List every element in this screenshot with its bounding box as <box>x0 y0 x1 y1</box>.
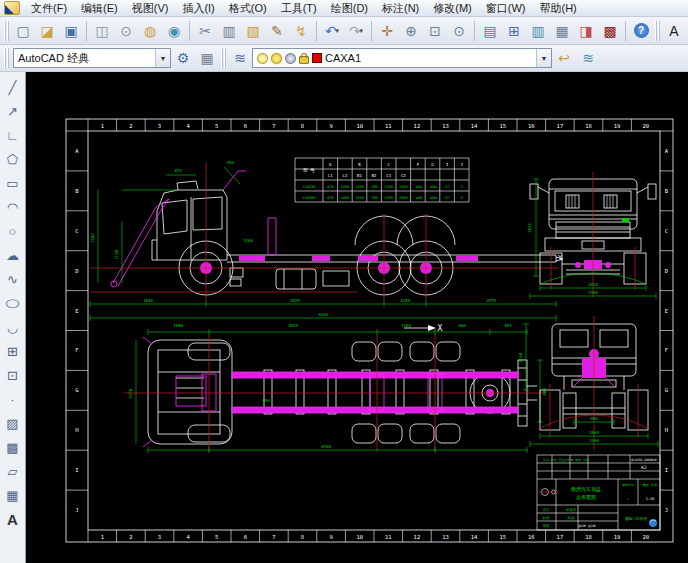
pan-button[interactable]: ✛ <box>375 19 399 43</box>
line-tool[interactable]: ╱ <box>1 75 25 99</box>
layer-combo[interactable]: CAXA1 ▼ <box>252 48 552 68</box>
sheet-set-manager-button[interactable]: ▦ <box>550 19 574 43</box>
table-cell: 2000 <box>399 196 408 200</box>
workspace-combo[interactable]: AutoCAD 经典 ▼ <box>13 48 171 68</box>
designcenter-button[interactable]: ⊞ <box>502 19 526 43</box>
layer-freeze-sun-icon[interactable] <box>271 53 282 64</box>
title-block-text: 审核 <box>543 524 550 528</box>
table-header: F <box>417 162 420 167</box>
layer-on-bulb-icon[interactable] <box>257 53 268 64</box>
app-icon[interactable] <box>4 1 20 15</box>
menu-edit[interactable]: 编辑(E) <box>74 0 125 17</box>
menu-insert[interactable]: 插入(I) <box>175 0 221 17</box>
dimension-label: X <box>438 324 443 333</box>
save-button[interactable]: ▣ <box>59 19 83 43</box>
title-block-text: 1:20 <box>646 497 654 501</box>
drawing-canvas[interactable]: 1122334455667788991010111112121313141415… <box>26 72 688 563</box>
gradient-tool[interactable]: ▩ <box>1 435 25 459</box>
ellipse-tool[interactable]: ◯ <box>1 291 25 315</box>
insert-block-tool[interactable]: ⊞ <box>1 339 25 363</box>
toolbar-grip[interactable] <box>221 48 226 68</box>
table-cell: 478 <box>327 196 334 200</box>
hatch-tool[interactable]: ▨ <box>1 411 25 435</box>
region-icon: ▱ <box>8 464 18 479</box>
quickcalc-button[interactable]: ▩ <box>598 19 622 43</box>
match-properties-button[interactable]: ✎ <box>265 19 289 43</box>
copy-button[interactable]: ▥ <box>217 19 241 43</box>
menu-format[interactable]: 格式(O) <box>222 0 274 17</box>
plot-icon: ◫ <box>95 24 108 38</box>
menu-file[interactable]: 文件(F) <box>24 0 74 17</box>
open-button[interactable]: ◪ <box>35 19 59 43</box>
menu-draw[interactable]: 绘图(D) <box>324 0 375 17</box>
my-workspace-button[interactable]: ▦ <box>195 46 219 70</box>
text-style-button[interactable]: A <box>662 19 686 43</box>
zoom-previous-button[interactable]: ⊙ <box>447 19 471 43</box>
etransmit-button[interactable]: ◉ <box>162 19 186 43</box>
menu-modify[interactable]: 修改(M) <box>426 0 479 17</box>
table-cell: 1950 <box>399 185 408 189</box>
toolbar-separator <box>371 21 372 41</box>
layer-states-button[interactable]: ≋ <box>576 46 600 70</box>
help-button[interactable]: ? <box>629 19 653 43</box>
paste-button[interactable]: ▧ <box>241 19 265 43</box>
title-block-texts: 标记 处数 更改文件号 签名 日期QC4250-2800010K2载货汽车底盘总… <box>542 458 657 528</box>
workspace-settings-button[interactable]: ⚙ <box>171 46 195 70</box>
menu-help[interactable]: 帮助(H) <box>533 0 584 17</box>
layer-properties-manager-button[interactable]: ≋ <box>228 46 252 70</box>
plot-button[interactable]: ◫ <box>90 19 114 43</box>
layer-previous-button[interactable]: ↩ <box>552 46 576 70</box>
properties-button[interactable]: ▤ <box>478 19 502 43</box>
mtext-tool[interactable]: A <box>1 507 25 531</box>
workspace-buttons: ⚙▦ <box>171 46 219 70</box>
toolbar-grip <box>655 21 660 41</box>
menu-tools[interactable]: 工具(T) <box>274 0 324 17</box>
zoom-realtime-button[interactable]: ⊕ <box>399 19 423 43</box>
menu-window[interactable]: 窗口(W) <box>479 0 533 17</box>
cut-button[interactable]: ✂ <box>193 19 217 43</box>
polygon-tool[interactable]: ⬠ <box>1 147 25 171</box>
quick-select-button[interactable]: ↯ <box>289 19 313 43</box>
plot-preview-button[interactable]: ⊙ <box>114 19 138 43</box>
layer-plot-icon[interactable] <box>285 53 296 64</box>
construction-line-tool[interactable]: ↗ <box>1 99 25 123</box>
etransmit-icon: ◉ <box>168 24 180 38</box>
layer-properties-manager-icon: ≋ <box>234 51 246 65</box>
zone-number: 20 <box>642 534 649 540</box>
rectangle-tool[interactable]: ▭ <box>1 171 25 195</box>
ellipse-arc-tool[interactable]: ◡ <box>1 315 25 339</box>
table-cell: 1350 <box>384 196 393 200</box>
chevron-down-icon[interactable]: ▾ <box>336 27 340 34</box>
arc-tool[interactable]: ◠ <box>1 195 25 219</box>
layer-unlock-icon[interactable] <box>299 56 309 64</box>
toolbar-grip[interactable] <box>4 48 9 68</box>
make-block-tool[interactable]: ⊡ <box>1 363 25 387</box>
chevron-down-icon[interactable]: ▾ <box>360 27 364 34</box>
undo-button[interactable]: ↶▾ <box>320 19 344 43</box>
dimension-label: 2490 <box>589 438 599 443</box>
chevron-down-icon[interactable]: ▼ <box>155 49 170 67</box>
publish-button[interactable]: ◍ <box>138 19 162 43</box>
tool-palettes-button[interactable]: ▥ <box>526 19 550 43</box>
title-block-text: QC4250-2800010 <box>631 458 656 462</box>
circle-tool[interactable]: ○ <box>1 219 25 243</box>
dimension-label: 870 <box>174 168 182 173</box>
point-tool[interactable]: · <box>1 387 25 411</box>
dimension-label: 4825 <box>288 323 298 328</box>
markup-button[interactable]: ◨ <box>574 19 598 43</box>
revision-cloud-tool[interactable]: ☁ <box>1 243 25 267</box>
layer-color-swatch[interactable] <box>312 53 322 63</box>
chevron-down-icon[interactable]: ▼ <box>536 49 551 67</box>
menu-view[interactable]: 视图(V) <box>125 0 176 17</box>
region-tool[interactable]: ▱ <box>1 459 25 483</box>
polyline-tool[interactable]: ∟ <box>1 123 25 147</box>
menu-dimension[interactable]: 标注(N) <box>375 0 426 17</box>
zoom-window-button[interactable]: ⊡ <box>423 19 447 43</box>
spline-tool[interactable]: ∿ <box>1 267 25 291</box>
table-tool[interactable]: ▦ <box>1 483 25 507</box>
toolbar-grip[interactable] <box>4 21 9 41</box>
zone-labels: 1122334455667788991010111112121313141415… <box>66 119 673 542</box>
dimension-label: 854 <box>504 323 512 328</box>
new-button[interactable]: ▢ <box>11 19 35 43</box>
redo-button[interactable]: ↷▾ <box>344 19 368 43</box>
